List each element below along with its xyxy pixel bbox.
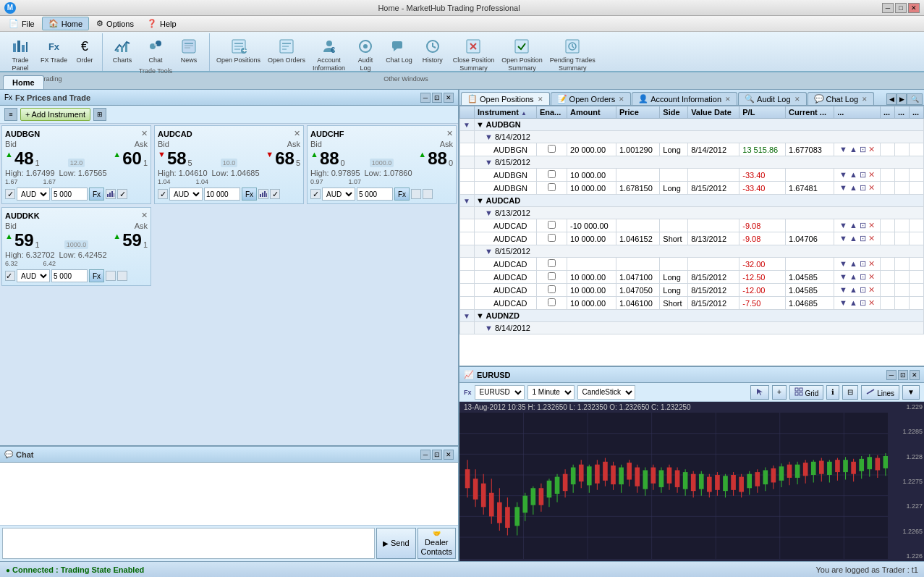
col-extra3[interactable]: ...	[894, 106, 909, 119]
inst-chart-btn-audcad[interactable]	[258, 189, 268, 199]
col-price[interactable]: Price	[616, 106, 659, 119]
close-account-info-tab[interactable]: ✕	[725, 96, 731, 103]
inst-check-audchf[interactable]: ✓	[310, 189, 321, 199]
inst-chart-btn-auddkk[interactable]	[106, 271, 116, 281]
expand-cell[interactable]: ▼	[460, 195, 475, 207]
inst-amount-audcad[interactable]	[204, 188, 240, 201]
close-open-positions-tab[interactable]: ✕	[538, 96, 543, 103]
ribbon-btn-trade-panel[interactable]: TradePanel	[4, 35, 36, 74]
close-open-orders-tab[interactable]: ✕	[619, 96, 624, 103]
inst-amount-audbgn[interactable]	[51, 188, 88, 201]
chat-input[interactable]	[2, 528, 375, 559]
hamburger-btn[interactable]: ≡	[4, 108, 17, 121]
chat-minimize-btn[interactable]: ─	[420, 450, 431, 460]
col-side[interactable]: Side	[660, 106, 688, 119]
menu-home[interactable]: 🏠 Home	[42, 17, 89, 30]
col-enabled[interactable]: Ena...	[536, 106, 567, 119]
col-pl[interactable]: P/L	[739, 106, 786, 119]
chart-timeframe-select[interactable]: 1 Minute	[527, 385, 575, 400]
col-amount[interactable]: Amount	[567, 106, 616, 119]
maximize-btn[interactable]: □	[895, 3, 907, 13]
inner-tab-chat-log[interactable]: 💬 Chat Log ✕	[808, 92, 875, 105]
inst-fx-btn-auddkk[interactable]: Fx	[89, 269, 104, 282]
panel-float-btn[interactable]: ⊡	[432, 93, 442, 103]
menu-options[interactable]: ⚙ Options	[90, 17, 140, 30]
chart-collapse-btn[interactable]: ⊟	[842, 385, 858, 400]
inst-currency-audcad[interactable]: AUD	[169, 188, 203, 201]
ribbon-btn-account-info[interactable]: € AccountInformation	[310, 35, 348, 74]
inst-check-audcad[interactable]: ✓	[158, 189, 168, 199]
ribbon-btn-chat[interactable]: Chat	[140, 35, 171, 66]
chart-info-btn[interactable]: ℹ	[826, 385, 839, 400]
chart-lines-btn[interactable]: Lines	[861, 385, 899, 400]
chart-type-select[interactable]: CandleStick	[577, 385, 635, 400]
close-audit-log-tab[interactable]: ✕	[794, 96, 800, 103]
inst-check-auddkk[interactable]: ✓	[5, 271, 15, 281]
inner-tab-account-info[interactable]: 👤 Account Information ✕	[632, 92, 737, 105]
inst-close-audbgn[interactable]: ✕	[141, 129, 148, 138]
panel-minimize-btn[interactable]: ─	[420, 93, 431, 103]
inst-chart-btn-audbgn[interactable]	[106, 189, 116, 199]
inst-sell-btn-audbgn[interactable]: ✓	[5, 189, 15, 199]
inst-currency-audbgn[interactable]: AUD	[17, 188, 50, 201]
chat-dealer-button[interactable]: 🤝 Dealer Contacts	[418, 528, 456, 559]
expand-cell[interactable]: ▼	[460, 119, 475, 131]
ribbon-btn-chat-log[interactable]: Chat Log	[383, 35, 415, 74]
close-chat-log-tab[interactable]: ✕	[862, 96, 868, 103]
col-extra1[interactable]: ...	[834, 106, 881, 119]
inst-check2-audcad[interactable]: ✓	[270, 189, 280, 199]
inst-close-audchf[interactable]: ✕	[446, 129, 453, 138]
inst-close-auddkk[interactable]: ✕	[141, 211, 148, 220]
inst-close-audcad[interactable]: ✕	[294, 129, 300, 138]
col-value-date[interactable]: Value Date	[688, 106, 739, 119]
inner-tab-audit-log[interactable]: 🔍 Audit Log ✕	[738, 92, 806, 105]
add-instrument-button[interactable]: + Add Instrument	[20, 108, 90, 121]
minimize-btn[interactable]: ─	[882, 3, 894, 13]
col-extra4[interactable]: ...	[909, 106, 923, 119]
inst-fx-btn-audbgn[interactable]: Fx	[89, 188, 104, 201]
ribbon-btn-charts[interactable]: Charts	[106, 35, 138, 66]
col-extra2[interactable]: ...	[880, 106, 894, 119]
ribbon-btn-close-pos-summary[interactable]: Close PositionSummary	[450, 35, 498, 74]
chart-float-btn[interactable]: ⊡	[898, 370, 908, 380]
chat-close-btn[interactable]: ✕	[444, 450, 454, 460]
chart-crosshair-btn[interactable]: +	[772, 385, 787, 400]
inst-amount-auddkk[interactable]	[51, 269, 88, 282]
chart-symbol-select[interactable]: EURUSD	[475, 385, 525, 400]
inst-currency-audchf[interactable]: AUD	[322, 188, 355, 201]
inner-tab-open-orders[interactable]: 📝 Open Orders ✕	[551, 92, 632, 105]
ribbon-btn-open-pos-summary[interactable]: Open PositionSummary	[499, 35, 546, 74]
inst-check2-audchf[interactable]	[423, 189, 433, 199]
inst-sell-btn2-audbgn[interactable]: ✓	[117, 189, 127, 199]
ribbon-btn-order[interactable]: € Order	[72, 35, 98, 74]
chart-minimize-btn[interactable]: ─	[886, 370, 897, 380]
inst-chart-btn-audchf[interactable]	[411, 189, 421, 199]
close-btn[interactable]: ✕	[908, 3, 920, 13]
menu-help[interactable]: ❓ Help	[141, 17, 182, 30]
tab-nav-search[interactable]: 🔍	[907, 93, 923, 105]
col-current[interactable]: Current ...	[786, 106, 834, 119]
ribbon-btn-history[interactable]: History	[417, 35, 449, 74]
ribbon-btn-fx-trade[interactable]: Fx FX Trade	[38, 35, 70, 74]
ribbon-btn-news[interactable]: News	[173, 35, 205, 66]
expand-cell[interactable]: ▼	[460, 310, 475, 322]
tab-nav-right[interactable]: ▶	[897, 93, 907, 105]
chart-close-btn[interactable]: ✕	[910, 370, 920, 380]
chart-expand-btn[interactable]: ▼	[902, 385, 920, 400]
tab-nav-left[interactable]: ◀	[886, 93, 897, 105]
chart-grid-btn[interactable]: Grid	[789, 385, 824, 400]
chat-float-btn[interactable]: ⊡	[432, 450, 442, 460]
ribbon-btn-audit-log[interactable]: AuditLog	[349, 35, 381, 74]
inst-check2-auddkk[interactable]	[117, 271, 127, 281]
inner-tab-open-positions[interactable]: 📋 Open Positions ✕	[461, 92, 550, 105]
menu-file[interactable]: 📄 File	[3, 17, 41, 30]
main-tab-home[interactable]: Home	[3, 75, 44, 89]
inst-fx-btn-audcad[interactable]: Fx	[242, 188, 257, 201]
inst-amount-audchf[interactable]	[357, 188, 393, 201]
ribbon-btn-open-orders[interactable]: Open Orders	[265, 35, 308, 74]
inst-fx-btn-audchf[interactable]: Fx	[394, 188, 410, 201]
panel-close-btn[interactable]: ✕	[444, 93, 454, 103]
inst-currency-auddkk[interactable]: AUD	[17, 269, 50, 282]
chart-cursor-btn[interactable]	[750, 385, 769, 400]
col-instrument[interactable]: Instrument ▲	[475, 106, 537, 119]
